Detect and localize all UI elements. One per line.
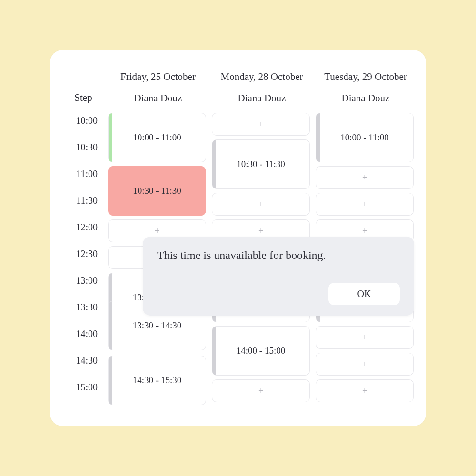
staff-header: Diana Douz — [316, 92, 416, 113]
time-label: 11:30 — [64, 193, 102, 220]
time-label: 12:00 — [64, 220, 102, 247]
add-slot-button[interactable]: + — [212, 113, 310, 136]
time-label: 14:30 — [64, 353, 102, 380]
time-label: 10:00 — [64, 113, 102, 140]
step-label: Step — [64, 69, 102, 113]
booked-slot[interactable]: 14:00 - 15:00 — [212, 326, 310, 376]
add-slot-button[interactable]: + — [212, 193, 310, 216]
slot-status-bar — [109, 356, 112, 405]
add-slot-button[interactable]: + — [316, 379, 414, 402]
time-label: 11:00 — [64, 167, 102, 193]
staff-header: Diana Douz — [212, 92, 312, 113]
selected-slot[interactable]: 10:30 - 11:30 — [108, 166, 206, 216]
slot-time-label: 14:00 - 15:00 — [237, 346, 285, 356]
add-slot-button[interactable]: + — [316, 353, 414, 376]
time-label: 13:30 — [64, 300, 102, 327]
slot-time-label: 10:30 - 11:30 — [133, 186, 181, 196]
time-column: Step 10:0010:3011:0011:3012:0012:3013:00… — [64, 69, 102, 408]
slot-time-label: 10:00 - 11:00 — [340, 132, 389, 143]
slot-time-label: 10:30 - 11:30 — [237, 159, 285, 169]
slot-status-bar — [212, 327, 216, 375]
add-slot-button[interactable]: + — [316, 193, 414, 216]
slot-status-bar — [109, 301, 112, 350]
date-header: Friday, 25 October — [108, 69, 208, 92]
add-slot-button[interactable]: + — [316, 166, 414, 189]
time-label: 13:00 — [64, 273, 102, 300]
time-label: 14:00 — [64, 327, 102, 353]
slot-time-label: 13:30 - 14:30 — [133, 320, 181, 331]
ok-button[interactable]: OK — [328, 283, 400, 305]
slot-status-bar — [109, 113, 112, 162]
staff-header: Diana Douz — [108, 92, 208, 113]
scheduler-card: Step 10:0010:3011:0011:3012:0012:3013:00… — [50, 50, 426, 426]
time-label: 10:30 — [64, 140, 102, 167]
booked-slot[interactable]: 14:30 - 15:30 — [108, 356, 206, 405]
booked-slot[interactable]: 10:00 - 11:00 — [316, 113, 414, 162]
booked-slot[interactable]: 10:30 - 11:30 — [212, 139, 310, 189]
date-header: Tuesday, 29 October — [316, 69, 416, 92]
add-slot-button[interactable]: + — [212, 379, 310, 402]
slot-time-label: 14:30 - 15:30 — [133, 375, 181, 386]
date-header: Monday, 28 October — [212, 69, 312, 92]
time-label: 15:00 — [64, 380, 102, 407]
slot-status-bar — [316, 113, 320, 162]
time-label: 12:30 — [64, 247, 102, 273]
booked-slot[interactable]: 10:00 - 11:00 — [108, 113, 206, 162]
add-slot-button[interactable]: + — [316, 326, 414, 349]
slot-status-bar — [109, 167, 112, 215]
slot-time-label: 10:00 - 11:00 — [133, 132, 181, 143]
modal-message: This time is unavailable for booking. — [157, 249, 400, 262]
slot-status-bar — [212, 140, 216, 188]
unavailable-modal: This time is unavailable for booking. OK — [143, 237, 414, 316]
